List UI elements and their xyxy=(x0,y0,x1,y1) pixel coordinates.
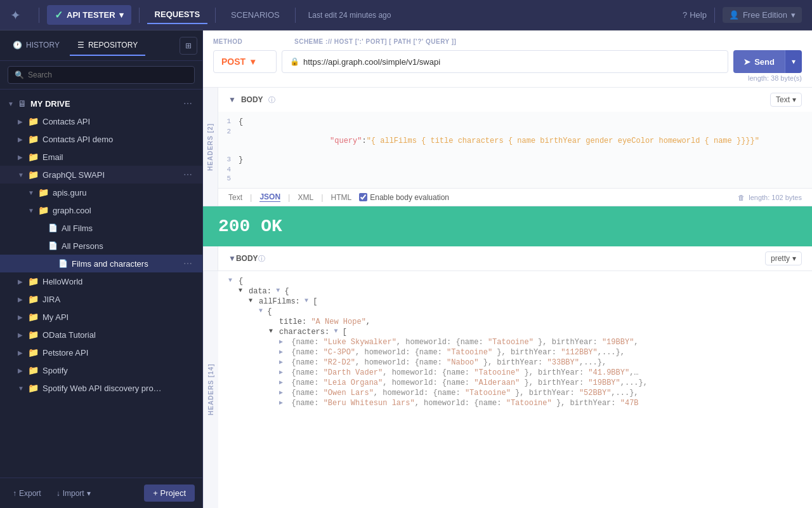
json-line-data: ▼ data: ▼ { xyxy=(228,286,802,297)
code-line-4: 4 xyxy=(218,165,812,174)
json-line-title: title: "A New Hope", xyxy=(228,317,802,327)
my-drive-header[interactable]: ▼ 🖥 MY DRIVE ⋯ xyxy=(0,95,202,112)
check-icon: ✓ xyxy=(55,9,63,21)
char-1-arrow[interactable]: ▶ xyxy=(279,338,287,345)
films-characters-more[interactable]: ⋯ xyxy=(181,258,195,269)
body-toggle-arrow[interactable]: ▼ xyxy=(228,95,236,104)
json-line-char-2: ▶ {name: "C-3PO", homeworld: {name: "Tat… xyxy=(228,347,802,358)
collect-button[interactable]: ⊞ xyxy=(180,37,197,55)
scenarios-tab[interactable]: SCENARIOS xyxy=(223,6,287,23)
char-4-arrow[interactable]: ▶ xyxy=(279,368,287,376)
response-body-label: BODY xyxy=(236,254,258,263)
char-3-arrow[interactable]: ▶ xyxy=(279,358,287,366)
graphql-swapi-label: GraphQL SWAPI xyxy=(43,170,181,180)
char-7-arrow[interactable]: ▶ xyxy=(279,399,287,406)
line-num-5: 5 xyxy=(218,175,239,182)
char-2-arrow[interactable]: ▶ xyxy=(279,348,287,356)
format-xml-link[interactable]: XML xyxy=(298,193,313,202)
import-button[interactable]: ↓ Import ▾ xyxy=(51,486,96,500)
tree-item-graphql-swapi[interactable]: ▼ 📁 GraphQL SWAPI ⋯ xyxy=(0,166,202,184)
tree-item-graph-cool[interactable]: ▼ 📁 graph.cool ⋯ xyxy=(0,201,202,219)
spotify-web-arrow: ▼ xyxy=(18,385,28,392)
enable-body-eval-input[interactable] xyxy=(359,193,367,201)
sidebar-tabs: 🕐 HISTORY ☰ REPOSITORY ⊞ xyxy=(0,30,202,61)
format-json-link[interactable]: JSON xyxy=(259,192,280,202)
response-panel: 200 OK ▼ BODY ⓘ pretty ▾ xyxy=(203,206,812,508)
code-line-5: 5 xyxy=(218,174,812,183)
method-select[interactable]: POST ▾ xyxy=(213,50,277,73)
tree-item-contacts-api-demo[interactable]: ▶ 📁 Contacts API demo ⋯ xyxy=(0,130,202,148)
nav-divider-5 xyxy=(714,8,715,23)
status-bar: 200 OK xyxy=(203,206,812,246)
response-format-selector[interactable]: pretty ▾ xyxy=(765,251,802,265)
graphql-swapi-more[interactable]: ⋯ xyxy=(181,170,195,180)
api-tester-tab[interactable]: ✓ API TESTER ▾ xyxy=(47,5,131,25)
tree-item-all-films[interactable]: 📄 All Films ⋯ xyxy=(0,219,202,237)
chevron-down-icon-2: ▾ xyxy=(791,10,796,20)
my-drive-more-icon[interactable]: ⋯ xyxy=(181,98,195,109)
json-viewer: ▼ { ▼ data: ▼ { ▼ allFilms xyxy=(218,271,812,413)
lock-icon: 🔒 xyxy=(290,57,299,66)
body-format-selector[interactable]: Text ▾ xyxy=(770,93,802,107)
send-dropdown-button[interactable]: ▾ xyxy=(785,50,802,73)
response-body-toggle[interactable]: ▼ xyxy=(228,254,236,263)
char-6-arrow[interactable]: ▶ xyxy=(279,389,287,396)
enable-body-eval-checkbox[interactable]: Enable body evaluation xyxy=(359,193,449,202)
data-arrow[interactable]: ▼ xyxy=(239,287,249,294)
tree-item-films-characters[interactable]: 📄 Films and characters ⋯ xyxy=(0,255,202,272)
helloworld-arrow: ▶ xyxy=(18,278,28,285)
tree-item-all-persons[interactable]: 📄 All Persons ⋯ xyxy=(0,237,202,255)
logo-icon: ✦ xyxy=(10,8,21,23)
file-icon-3: 📄 xyxy=(58,259,68,268)
help-label: Help xyxy=(690,10,707,20)
tree-item-jira[interactable]: ▶ 📁 JIRA ⋯ xyxy=(0,290,202,308)
search-input[interactable] xyxy=(28,70,188,79)
folder-icon-10: 📁 xyxy=(28,330,39,340)
nav-divider-2 xyxy=(139,8,140,23)
response-headers-label[interactable]: headers [14] xyxy=(203,271,218,508)
allfilms-arrow[interactable]: ▼ xyxy=(249,297,259,304)
format-text-link[interactable]: Text xyxy=(228,193,242,202)
char-5-arrow[interactable]: ▶ xyxy=(279,378,287,386)
requests-tab[interactable]: REQUESTS xyxy=(147,6,208,24)
top-nav: ✦ ✓ API TESTER ▾ REQUESTS SCENARIOS Last… xyxy=(0,0,812,30)
root-arrow[interactable]: ▼ xyxy=(228,277,239,284)
spotify-arrow: ▶ xyxy=(18,367,28,374)
tree-item-petstore[interactable]: ▶ 📁 Petstore API ⋯ xyxy=(0,344,202,361)
export-icon: ↑ xyxy=(13,489,16,498)
request-headers-label[interactable]: headers [2] xyxy=(207,118,214,176)
tree-item-helloworld[interactable]: ▶ 📁 HelloWorld ⋯ xyxy=(0,272,202,290)
free-edition-button[interactable]: 👤 Free Edition ▾ xyxy=(723,7,802,23)
apis-guru-label: apis.guru xyxy=(53,188,181,197)
email-label: Email xyxy=(43,152,181,162)
code-editor[interactable]: 1 { 2 "query":"{ allFilms { title charac… xyxy=(218,112,812,189)
tree-item-my-api[interactable]: ▶ 📁 My API ⋯ xyxy=(0,308,202,326)
code-line-1: 1 { xyxy=(218,117,812,127)
spotify-label: Spotify xyxy=(43,366,181,375)
tree-item-contacts-api[interactable]: ▶ 📁 Contacts API ⋯ xyxy=(0,112,202,130)
export-button[interactable]: ↑ Export xyxy=(8,486,46,500)
enable-body-eval-label: Enable body evaluation xyxy=(370,193,449,202)
characters-arrow[interactable]: ▼ xyxy=(269,328,279,335)
tree-item-spotify[interactable]: ▶ 📁 Spotify ⋯ xyxy=(0,361,202,379)
format-html-link[interactable]: HTML xyxy=(331,193,352,202)
chevron-down-icon: ▾ xyxy=(119,10,124,20)
tree-item-spotify-web[interactable]: ▼ 📁 Spotify Web API discovery pro… ⋯ xyxy=(0,379,202,397)
response-col-headers: ▼ BODY ⓘ pretty ▾ xyxy=(203,246,812,271)
free-edition-label: Free Edition xyxy=(743,10,787,20)
response-side-panel: headers [14] ▼ { ▼ data: ▼ { xyxy=(203,271,812,508)
tab-history[interactable]: 🕐 HISTORY xyxy=(5,36,67,56)
project-button[interactable]: + Project xyxy=(144,485,195,502)
json-line-film-brace: ▼ { xyxy=(228,307,802,317)
films-characters-label: Films and characters xyxy=(72,259,181,269)
tree-item-email[interactable]: ▶ 📁 Email ⋯ xyxy=(0,148,202,166)
tree-item-apis-guru[interactable]: ▼ 📁 apis.guru ⋯ xyxy=(0,184,202,201)
help-button[interactable]: ? Help xyxy=(683,10,707,20)
request-top: METHOD SCHEME :// HOST [':' PORT] [ PATH… xyxy=(203,30,812,87)
request-body-section: headers [2] ▼ BODY ⓘ Text ▾ xyxy=(203,87,812,206)
request-headers-col: headers [2] xyxy=(203,88,218,206)
send-button[interactable]: ➤ Send xyxy=(733,50,785,73)
odata-label: OData Tutorial xyxy=(43,330,181,340)
tab-repository[interactable]: ☰ REPOSITORY xyxy=(70,36,145,56)
tree-item-odata[interactable]: ▶ 📁 OData Tutorial ⋯ xyxy=(0,326,202,344)
